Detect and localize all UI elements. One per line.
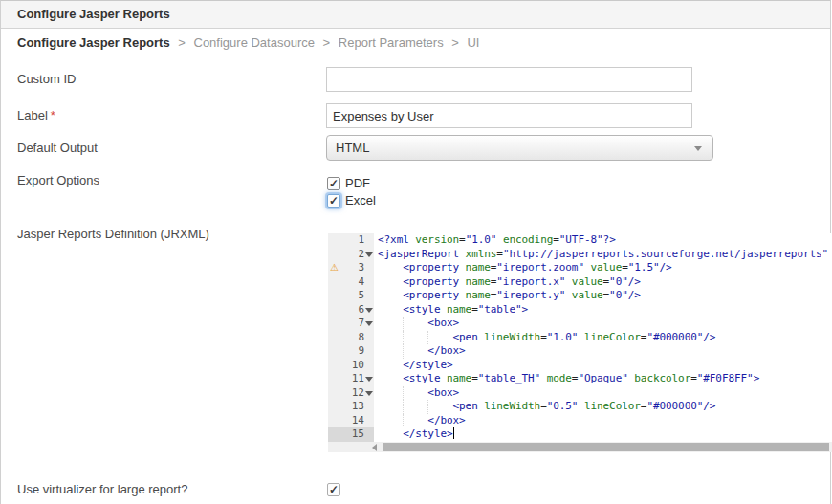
line-number: 7 — [358, 317, 364, 331]
fold-arrow-icon[interactable] — [365, 308, 373, 313]
default-output-select[interactable]: HTML — [326, 135, 713, 161]
code-line[interactable]: <style name="table"> — [374, 303, 832, 318]
export-options-label: Export Options — [17, 174, 99, 187]
indent-guide — [403, 331, 404, 345]
warning-icon: ⚠ — [330, 261, 339, 275]
line-number: 8 — [358, 331, 364, 345]
jrxml-code-editor[interactable]: 12⚠3456789101112131415 <?xml version="1.… — [328, 233, 832, 442]
code-line[interactable]: <property name="ireport.zoom" value="1.5… — [374, 261, 832, 275]
fold-arrow-icon[interactable] — [365, 252, 373, 257]
code-line[interactable]: </box> — [374, 414, 832, 428]
scroll-left-arrow-icon[interactable] — [372, 444, 377, 451]
panel-header: Configure Jasper Reports — [1, 1, 830, 29]
custom-id-input[interactable] — [326, 67, 692, 92]
code-line[interactable]: </box> — [374, 344, 832, 359]
gutter-cell: 13 — [328, 400, 374, 414]
excel-checkbox[interactable] — [327, 194, 340, 208]
gutter-cell: 15 — [328, 427, 374, 442]
breadcrumb-item-configure[interactable]: Configure Jasper Reports — [17, 35, 170, 50]
line-number: 3 — [358, 261, 364, 275]
line-number: 4 — [358, 275, 364, 290]
indent-guide — [403, 400, 404, 414]
excel-checkbox-label[interactable]: Excel — [345, 193, 376, 208]
gutter-cell: 10 — [328, 359, 374, 373]
code-line[interactable]: <pen lineWidth="1.0" lineColor="#000000"… — [374, 331, 832, 345]
gutter-cell: 11 — [328, 372, 374, 386]
line-number: 2 — [358, 248, 364, 262]
gutter-cell: 7 — [328, 317, 374, 331]
gutter-cell: 14 — [328, 414, 374, 428]
editor-code[interactable]: <?xml version="1.0" encoding="UTF-8"?><j… — [374, 233, 832, 442]
gutter-cell: 12 — [328, 386, 374, 401]
label-input[interactable] — [326, 103, 692, 128]
indent-guide — [427, 331, 428, 345]
breadcrumb-separator: > — [323, 35, 331, 50]
indent-guide — [427, 400, 428, 414]
editor-gutter: 12⚠3456789101112131415 — [328, 233, 374, 442]
line-number: 6 — [358, 303, 364, 318]
breadcrumb-item-ui[interactable]: UI — [467, 35, 479, 50]
line-number: 10 — [352, 359, 364, 373]
gutter-cell: 6 — [328, 303, 374, 318]
virtualizer-label: Use virtualizer for large report? — [17, 482, 187, 497]
editor-horizontal-scrollbar[interactable] — [328, 442, 832, 452]
line-number: 12 — [352, 386, 364, 401]
gutter-cell: 2 — [328, 248, 374, 262]
indent-guide — [403, 344, 404, 359]
breadcrumb-separator: > — [451, 35, 459, 50]
code-line[interactable]: <property name="ireport.x" value="0"/> — [374, 275, 832, 290]
code-line[interactable]: <property name="ireport.y" value="0"/> — [374, 289, 832, 303]
breadcrumb-separator: > — [178, 35, 186, 50]
code-line[interactable]: <pen lineWidth="0.5" lineColor="#000000"… — [374, 400, 832, 414]
scrollbar-thumb[interactable] — [383, 443, 829, 451]
breadcrumb-item-datasource[interactable]: Configure Datasource — [194, 35, 315, 50]
gutter-cell: 1 — [328, 233, 374, 248]
virtualizer-checkbox[interactable] — [327, 483, 340, 496]
gutter-cell: 8 — [328, 331, 374, 345]
code-line[interactable]: <style name="table_TH" mode="Opaque" bac… — [374, 372, 832, 386]
code-line[interactable]: <box> — [374, 317, 832, 331]
line-number: 11 — [352, 372, 364, 386]
code-line[interactable]: <box> — [374, 386, 832, 401]
code-line[interactable]: </style> — [374, 427, 832, 442]
gutter-cell: ⚠3 — [328, 261, 374, 275]
text-cursor — [453, 427, 454, 439]
jrxml-label: Jasper Reports Definition (JRXML) — [17, 228, 209, 241]
line-number: 1 — [358, 233, 364, 248]
gutter-cell: 4 — [328, 275, 374, 290]
line-number: 5 — [358, 289, 364, 303]
fold-arrow-icon[interactable] — [365, 377, 373, 382]
code-line[interactable]: </style> — [374, 359, 832, 373]
line-number: 15 — [352, 427, 364, 442]
indent-guide — [403, 414, 404, 428]
line-number: 9 — [358, 344, 364, 359]
code-line[interactable]: <jasperReport xmlns="http://jasperreport… — [374, 248, 832, 262]
code-line[interactable]: <?xml version="1.0" encoding="UTF-8"?> — [374, 233, 832, 248]
default-output-label: Default Output — [17, 135, 98, 161]
label-field-label: Label* — [17, 103, 55, 128]
pdf-checkbox[interactable] — [327, 177, 340, 190]
line-number: 13 — [352, 400, 364, 414]
required-marker: * — [51, 108, 55, 122]
line-number: 14 — [352, 414, 364, 428]
default-output-selected-value: HTML — [336, 141, 369, 155]
breadcrumb-item-report-parameters[interactable]: Report Parameters — [339, 35, 444, 50]
gutter-cell: 9 — [328, 344, 374, 359]
virtualizer-row — [327, 482, 340, 497]
breadcrumb: Configure Jasper Reports > Configure Dat… — [17, 30, 479, 55]
fold-arrow-icon[interactable] — [365, 391, 373, 396]
indent-guide — [403, 386, 404, 401]
page-title: Configure Jasper Reports — [17, 7, 170, 21]
export-option-pdf-row: PDF — [327, 176, 370, 191]
chevron-down-icon — [694, 146, 702, 151]
export-option-excel-row: Excel — [327, 193, 376, 208]
fold-arrow-icon[interactable] — [365, 321, 373, 326]
pdf-checkbox-label[interactable]: PDF — [345, 176, 370, 190]
custom-id-label: Custom ID — [17, 67, 76, 92]
gutter-cell: 5 — [328, 289, 374, 303]
indent-guide — [403, 317, 404, 331]
configure-jasper-reports-panel: Configure Jasper Reports Configure Jaspe… — [0, 0, 831, 504]
